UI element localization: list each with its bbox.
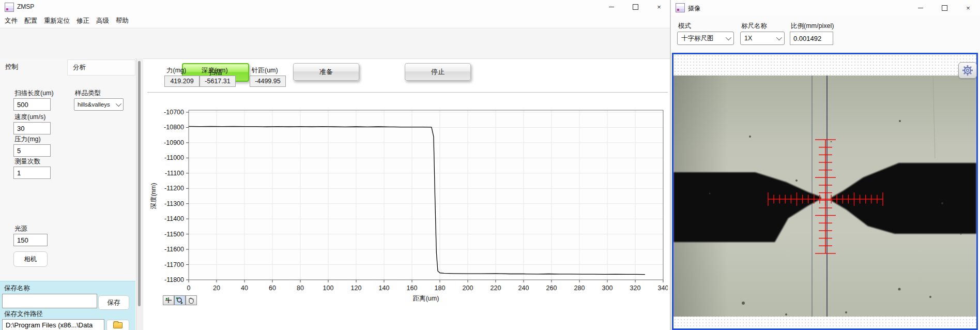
svg-text:340: 340 (658, 284, 668, 292)
scan-length-label: 扫描长度(um) (14, 89, 54, 98)
depth-readout: -5617.31 (200, 76, 236, 87)
camera-button[interactable]: 相机 (13, 251, 48, 267)
graph-pan-tool-button[interactable] (186, 295, 197, 305)
camera-close-button[interactable]: × (960, 3, 976, 13)
menu-config[interactable]: 配置 (24, 17, 37, 25)
camera-titlebar: 摄像 × (671, 0, 980, 16)
svg-text:深度(nm): 深度(nm) (150, 183, 157, 209)
stop-button[interactable]: 停止 (405, 63, 471, 81)
force-readout: 419.209 (164, 76, 200, 87)
menu-advanced[interactable]: 高级 (96, 17, 109, 25)
camera-minimize-button[interactable] (913, 3, 928, 13)
save-path-input[interactable] (2, 319, 104, 330)
zmsp-minimize-button[interactable] (604, 2, 619, 12)
zmsp-window: ZMSP × 文件 配置 重新定位 修正 高级 帮助 ZEPTOOLS TOOL… (0, 0, 670, 330)
tab-control[interactable]: 控制 (5, 63, 18, 71)
profile-chart: 0204060801001201401601802002202402602803… (147, 93, 668, 330)
tab-analysis[interactable]: 分析 (67, 59, 135, 76)
svg-text:160: 160 (407, 284, 418, 292)
maximize-icon (942, 5, 947, 11)
pressure-input[interactable] (13, 144, 51, 157)
graph-cursor-tool-button[interactable] (163, 295, 174, 305)
svg-text:200: 200 (463, 284, 473, 292)
menu-help[interactable]: 帮助 (116, 17, 129, 25)
svg-text:220: 220 (491, 284, 501, 292)
save-name-input[interactable] (2, 294, 97, 308)
sample-type-label: 样品类型 (75, 89, 101, 98)
svg-text:-11700: -11700 (164, 261, 184, 268)
svg-text:-11600: -11600 (164, 246, 184, 253)
light-input[interactable] (13, 234, 48, 246)
minimize-icon (918, 8, 923, 8)
magnifier-icon (176, 297, 184, 304)
save-name-label: 保存名称 (4, 284, 30, 293)
folder-icon (113, 322, 122, 328)
zmsp-close-button[interactable]: × (651, 2, 667, 12)
svg-text:-11200: -11200 (164, 185, 184, 192)
sidebar-scrollbar-thumb[interactable] (138, 61, 141, 306)
gap-label: 针距(um) (252, 66, 278, 75)
close-icon: × (966, 4, 970, 12)
scale-input[interactable] (790, 32, 833, 45)
maximize-icon (633, 4, 638, 10)
svg-text:-11000: -11000 (164, 154, 184, 161)
svg-text:180: 180 (435, 284, 446, 292)
svg-text:260: 260 (546, 284, 557, 292)
graph-zoom-tool-button[interactable] (174, 295, 186, 305)
menu-correction[interactable]: 修正 (76, 17, 89, 25)
svg-text:-11400: -11400 (164, 215, 184, 222)
camera-maximize-button[interactable] (937, 3, 952, 13)
svg-text:40: 40 (241, 284, 248, 292)
svg-text:100: 100 (323, 284, 334, 292)
svg-text:140: 140 (379, 284, 390, 292)
menu-file[interactable]: 文件 (5, 17, 18, 25)
svg-text:20: 20 (213, 284, 220, 292)
minimize-icon (609, 7, 614, 7)
speed-label: 速度(um/s) (14, 113, 45, 122)
gap-readout: -4499.95 (250, 76, 286, 87)
chevron-down-icon (776, 35, 782, 40)
zmsp-titlebar: ZMSP × (0, 0, 670, 13)
svg-text:0: 0 (187, 284, 191, 292)
crosshair-cursor-icon (165, 297, 172, 304)
scan-length-input[interactable] (13, 98, 51, 111)
svg-text:-10700: -10700 (164, 109, 184, 116)
browse-folder-button[interactable] (106, 320, 129, 330)
force-label: 力(mg) (166, 66, 186, 75)
svg-text:80: 80 (297, 284, 304, 292)
measure-count-label: 测量次数 (14, 157, 40, 166)
chevron-down-icon (726, 35, 731, 40)
camera-settings-button[interactable] (958, 62, 977, 79)
camera-mode-label: 模式 (678, 22, 691, 31)
svg-text:240: 240 (518, 284, 529, 292)
svg-text:-10900: -10900 (164, 139, 184, 146)
camera-window-title: 摄像 (688, 4, 700, 13)
save-button[interactable]: 保存 (98, 295, 129, 310)
hand-icon (188, 297, 195, 304)
zmsp-app-icon (5, 3, 14, 12)
svg-text:-11800: -11800 (164, 276, 184, 283)
pressure-label: 压力(mg) (14, 135, 41, 144)
camera-live-image (673, 76, 976, 317)
menu-reposition[interactable]: 重新定位 (44, 17, 70, 25)
toolbar: ZEPTOOLS TOOLS FOR SMALL WORLD. 扫描 准备 停止 (0, 29, 670, 59)
close-icon: × (657, 3, 661, 11)
gear-icon (962, 65, 973, 76)
sample-type-select[interactable]: hills&valleys (74, 98, 124, 111)
camera-app-icon (676, 3, 685, 12)
speed-input[interactable] (13, 122, 51, 134)
light-label: 光源 (14, 224, 27, 233)
prepare-button[interactable]: 准备 (293, 63, 359, 81)
save-path-label: 保存文件路径 (4, 310, 43, 319)
svg-text:距离(um): 距离(um) (413, 295, 439, 302)
svg-text:280: 280 (574, 284, 585, 292)
camera-mode-select[interactable]: 十字标尺图 (677, 32, 734, 45)
svg-text:-11500: -11500 (164, 231, 184, 238)
menu-bar: 文件 配置 重新定位 修正 高级 帮助 (0, 13, 670, 28)
ruler-name-select[interactable]: 1X (740, 32, 785, 45)
scale-label: 比例(mm/pixel) (791, 22, 834, 31)
zmsp-window-title: ZMSP (17, 3, 34, 10)
measure-count-input[interactable] (13, 167, 51, 179)
zmsp-maximize-button[interactable] (627, 2, 643, 12)
ruler-name-label: 标尺名称 (741, 22, 767, 31)
